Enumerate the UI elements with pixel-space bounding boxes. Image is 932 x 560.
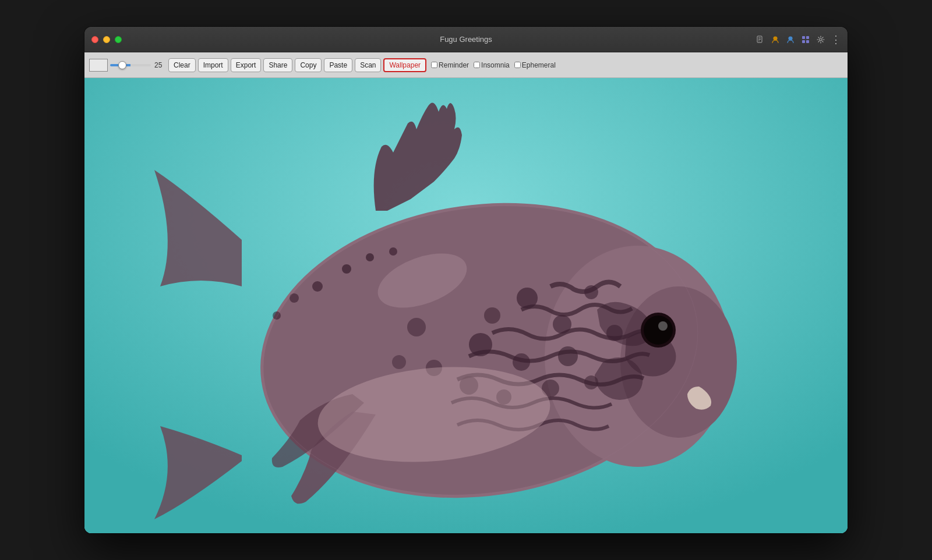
paste-button[interactable]: Paste [324,58,352,72]
reminder-checkbox-label[interactable]: Reminder [431,61,469,69]
toolbar: 25 Clear Import Export Share Copy Paste … [84,52,848,78]
wallpaper-button[interactable]: Wallpaper [383,58,426,72]
insomnia-label: Insomnia [481,61,510,69]
app-window: Fugu Greetings [84,27,848,533]
svg-point-31 [392,355,406,369]
svg-rect-7 [806,36,809,39]
svg-point-37 [366,253,374,261]
svg-point-36 [342,264,351,274]
ephemeral-label: Ephemeral [522,61,556,69]
svg-point-21 [469,333,492,356]
svg-point-5 [789,37,792,40]
share-button[interactable]: Share [263,58,292,72]
color-swatch[interactable] [89,59,108,72]
image-background [84,78,848,533]
titlebar: Fugu Greetings [84,27,848,52]
export-button[interactable]: Export [231,58,262,72]
titlebar-actions: ⋮ [756,35,841,44]
traffic-lights [91,36,122,43]
slider-container: 25 [110,61,166,69]
svg-point-22 [513,353,530,371]
ephemeral-checkbox[interactable] [514,62,521,68]
svg-point-19 [484,307,500,324]
copy-button[interactable]: Copy [295,58,322,72]
ephemeral-checkbox-label[interactable]: Ephemeral [514,61,556,69]
svg-point-4 [774,37,777,40]
svg-point-34 [658,321,668,331]
new-document-icon[interactable] [756,35,765,44]
scan-button[interactable]: Scan [355,58,381,72]
window-title: Fugu Greetings [440,35,492,44]
svg-point-38 [389,247,397,256]
profile-icon[interactable] [786,35,795,44]
svg-point-20 [584,285,598,299]
svg-point-33 [644,316,673,345]
reminder-checkbox[interactable] [431,62,437,68]
brush-size-slider[interactable] [110,64,151,66]
svg-point-39 [312,281,323,292]
fish-illustration [84,78,848,533]
svg-rect-6 [802,36,805,39]
svg-point-10 [820,38,822,41]
svg-rect-9 [806,40,809,43]
svg-point-18 [553,315,571,334]
minimize-button[interactable] [103,36,110,43]
svg-rect-8 [802,40,805,43]
svg-point-17 [517,288,538,309]
svg-point-29 [407,318,426,336]
clear-button[interactable]: Clear [168,58,196,72]
svg-point-40 [290,293,299,303]
settings-icon[interactable] [816,35,825,44]
more-options-icon[interactable]: ⋮ [831,35,841,44]
canvas-area[interactable] [84,78,848,533]
extensions-icon[interactable] [801,35,810,44]
user-icon[interactable] [771,35,780,44]
import-button[interactable]: Import [198,58,228,72]
svg-point-23 [558,346,578,366]
reminder-label: Reminder [439,61,469,69]
insomnia-checkbox-label[interactable]: Insomnia [474,61,510,69]
slider-value: 25 [154,61,166,69]
close-button[interactable] [91,36,98,43]
insomnia-checkbox[interactable] [474,62,480,68]
maximize-button[interactable] [115,36,122,43]
